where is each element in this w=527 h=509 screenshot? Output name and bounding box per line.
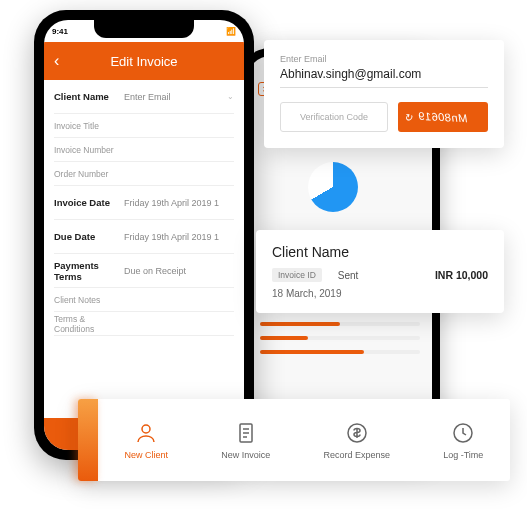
due-date-label: Due Date bbox=[54, 231, 124, 242]
status-text: Sent bbox=[338, 270, 359, 281]
captcha-button[interactable]: ↻ Mn80619 bbox=[398, 102, 488, 132]
invoice-number-row[interactable]: Invoice Number bbox=[54, 138, 234, 162]
record-expense-button[interactable]: Record Expense bbox=[323, 421, 390, 460]
payments-terms-label: Payments Terms bbox=[54, 260, 124, 282]
new-invoice-button[interactable]: New Invoice bbox=[221, 421, 270, 460]
client-name-value: Enter Email bbox=[124, 92, 171, 102]
person-icon bbox=[134, 421, 158, 445]
progress-bars bbox=[248, 322, 432, 354]
pie-chart bbox=[308, 162, 358, 212]
status-time: 9:41 bbox=[52, 27, 68, 36]
client-name-heading: Client Name bbox=[272, 244, 488, 260]
email-verification-card: Enter Email Abhinav.singh@gmail.com Veri… bbox=[264, 40, 504, 148]
due-date-value: Friday 19th April 2019 1 bbox=[124, 232, 219, 242]
log-time-button[interactable]: Log -Time bbox=[443, 421, 483, 460]
client-notes-row[interactable]: Client Notes bbox=[54, 288, 234, 312]
payments-terms-value: Due on Receipt bbox=[124, 266, 186, 276]
invoice-icon bbox=[234, 421, 258, 445]
client-summary-card: Client Name Invoice ID Sent INR 10,000 1… bbox=[256, 230, 504, 313]
amount-text: INR 10,000 bbox=[435, 269, 488, 281]
phone-primary: 9:41 📶 ‹ Edit Invoice Client Name Enter … bbox=[34, 10, 254, 460]
due-date-row[interactable]: Due Date Friday 19th April 2019 1 bbox=[54, 220, 234, 254]
action-bar: New Client New Invoice Record Expense Lo… bbox=[78, 399, 510, 481]
email-label: Enter Email bbox=[280, 54, 488, 64]
invoice-date-label: Invoice Date bbox=[54, 197, 124, 208]
invoice-form: Client Name Enter Email⌄ Invoice Title I… bbox=[44, 80, 244, 336]
email-field[interactable]: Abhinav.singh@gmail.com bbox=[280, 67, 488, 88]
back-icon[interactable]: ‹ bbox=[54, 52, 59, 70]
invoice-id-badge: Invoice ID bbox=[272, 268, 322, 282]
invoice-date-row[interactable]: Invoice Date Friday 19th April 2019 1 bbox=[54, 186, 234, 220]
date-text: 18 March, 2019 bbox=[272, 288, 488, 299]
captcha-text: Mn80619 bbox=[418, 110, 468, 125]
order-number-row[interactable]: Order Number bbox=[54, 162, 234, 186]
new-client-button[interactable]: New Client bbox=[125, 421, 169, 460]
invoice-date-value: Friday 19th April 2019 1 bbox=[124, 198, 219, 208]
screen-header: ‹ Edit Invoice bbox=[44, 42, 244, 80]
invoice-title-row[interactable]: Invoice Title bbox=[54, 114, 234, 138]
clock-icon bbox=[451, 421, 475, 445]
terms-row[interactable]: Terms & Conditions bbox=[54, 312, 234, 336]
phone-primary-screen: 9:41 📶 ‹ Edit Invoice Client Name Enter … bbox=[44, 20, 244, 450]
refresh-icon: ↻ bbox=[404, 112, 412, 123]
payments-terms-row[interactable]: Payments Terms Due on Receipt bbox=[54, 254, 234, 288]
notch-icon bbox=[94, 20, 194, 38]
svg-point-0 bbox=[142, 425, 150, 433]
accent-bar bbox=[78, 399, 98, 481]
client-name-row[interactable]: Client Name Enter Email⌄ bbox=[54, 80, 234, 114]
dollar-icon bbox=[345, 421, 369, 445]
client-name-label: Client Name bbox=[54, 91, 124, 102]
page-title: Edit Invoice bbox=[110, 54, 177, 69]
status-icons: 📶 bbox=[226, 27, 236, 36]
chevron-down-icon: ⌄ bbox=[227, 92, 234, 101]
verification-code-input[interactable]: Verification Code bbox=[280, 102, 388, 132]
